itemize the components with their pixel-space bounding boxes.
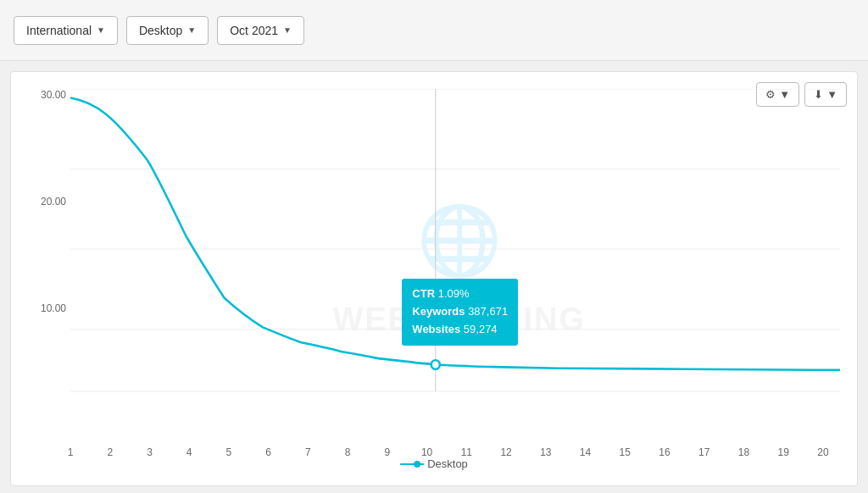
- tooltip-keywords-label: Keywords: [412, 305, 465, 318]
- x-label-20: 20: [806, 446, 840, 458]
- device-dropdown-arrow: ▼: [187, 25, 196, 35]
- y-axis: 30.00 20.00 10.00: [24, 89, 66, 409]
- chart-area: 30.00 20.00 10.00 CTR 1.09%: [70, 89, 840, 435]
- toolbar: International ▼ Desktop ▼ Oct 2021 ▼: [0, 0, 868, 61]
- x-label-6: 6: [252, 446, 286, 458]
- x-label-15: 15: [608, 446, 642, 458]
- chart-legend: Desktop: [400, 457, 468, 470]
- region-label: International: [26, 24, 92, 37]
- tooltip: CTR 1.09% Keywords 387,671 Websites 59,2…: [402, 279, 518, 345]
- date-label: Oct 2021: [230, 24, 278, 37]
- tooltip-ctr: CTR 1.09%: [412, 285, 508, 303]
- tooltip-ctr-label: CTR: [412, 287, 435, 300]
- chart-container: ⚙ ▼ ⬇ ▼ 🌐 Advanced WEB RANKING 30.00 20.…: [10, 71, 858, 486]
- tooltip-keywords: Keywords 387,671: [412, 303, 508, 321]
- x-label-2: 2: [93, 446, 127, 458]
- x-label-16: 16: [648, 446, 682, 458]
- device-label: Desktop: [139, 24, 182, 37]
- x-label-5: 5: [212, 446, 246, 458]
- x-label-18: 18: [726, 446, 760, 458]
- x-label-14: 14: [569, 446, 603, 458]
- x-label-13: 13: [529, 446, 563, 458]
- x-label-9: 9: [370, 446, 404, 458]
- x-label-12: 12: [489, 446, 523, 458]
- x-label-3: 3: [132, 446, 166, 458]
- x-label-7: 7: [291, 446, 325, 458]
- chart-svg: [70, 89, 840, 409]
- x-label-19: 19: [766, 446, 800, 458]
- x-axis: 1 2 3 4 5 6 7 8 9 10 11 12 13 14 15 16 1…: [70, 446, 840, 458]
- y-label-20: 20.00: [41, 196, 66, 208]
- x-label-11: 11: [449, 446, 483, 458]
- legend-label: Desktop: [427, 457, 468, 470]
- region-dropdown-arrow: ▼: [97, 25, 105, 35]
- y-label-30: 30.00: [41, 89, 66, 101]
- tooltip-websites-label: Websites: [412, 323, 460, 335]
- tooltip-websites-value: 59,274: [464, 323, 498, 335]
- x-label-10: 10: [410, 446, 444, 458]
- legend-dot: [414, 461, 420, 468]
- x-label-17: 17: [687, 446, 721, 458]
- device-dropdown[interactable]: Desktop ▼: [126, 16, 209, 45]
- x-label-1: 1: [53, 446, 87, 458]
- chart-dot-10: [431, 360, 440, 369]
- tooltip-ctr-value: 1.09%: [438, 287, 470, 300]
- tooltip-websites: Websites 59,274: [412, 321, 508, 339]
- region-dropdown[interactable]: International ▼: [14, 16, 118, 45]
- date-dropdown-arrow: ▼: [283, 25, 292, 35]
- x-label-4: 4: [172, 446, 206, 458]
- tooltip-keywords-value: 387,671: [468, 305, 508, 318]
- y-label-10: 10.00: [41, 302, 66, 314]
- date-dropdown[interactable]: Oct 2021 ▼: [217, 16, 304, 45]
- x-label-8: 8: [331, 446, 364, 458]
